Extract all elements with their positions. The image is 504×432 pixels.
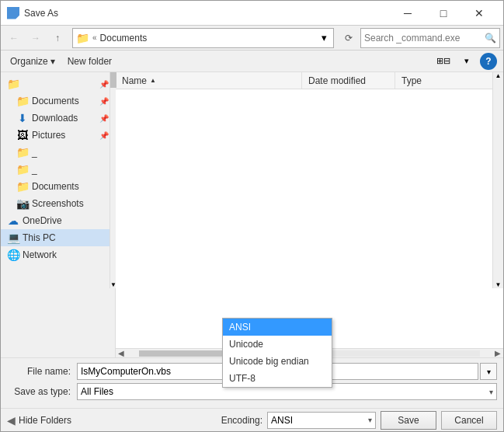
address-bar: 📁 « Documents ▾	[72, 28, 334, 48]
search-bar: 🔍	[360, 28, 500, 48]
encoding-option-utf8[interactable]: UTF-8	[223, 370, 332, 387]
folder-icon: 📁	[16, 163, 29, 176]
sidebar-scrollbar[interactable]: ▼	[109, 72, 116, 288]
title-controls: ─ □ ✕	[390, 1, 497, 26]
navigation-toolbar: ← → ↑ 📁 « Documents ▾ ⟳ 🔍	[1, 26, 503, 51]
footer: ◀ Hide Folders Encoding: ANSI ▾ Save Can…	[1, 408, 503, 431]
save-as-type-label: Save as type:	[7, 386, 77, 397]
file-list-header: Name ▲ Date modified Type	[116, 72, 503, 89]
forward-button[interactable]: →	[26, 28, 46, 48]
file-name-dropdown-button[interactable]: ▾	[480, 363, 497, 380]
scroll-up[interactable]: ▲	[493, 72, 503, 79]
sidebar-scroll-down[interactable]: ▼	[110, 281, 116, 288]
thispc-icon: 💻	[7, 232, 19, 244]
column-header-name[interactable]: Name ▲	[116, 72, 302, 89]
minimize-button[interactable]: ─	[390, 1, 426, 26]
address-text: Documents	[100, 33, 315, 44]
back-button[interactable]: ←	[4, 28, 24, 48]
sidebar-item-blank1[interactable]: 📁 _	[1, 144, 115, 161]
title-bar-left: Save As	[7, 7, 58, 19]
window-title: Save As	[24, 8, 58, 19]
organize-button[interactable]: Organize ▾	[7, 53, 58, 70]
up-button[interactable]: ↑	[47, 28, 68, 48]
sidebar-item-network[interactable]: 🌐 Network	[1, 246, 115, 263]
onedrive-icon: ☁	[7, 214, 19, 227]
sidebar-folder-icon: 📁	[16, 95, 29, 107]
pin-icon: 📌	[99, 114, 109, 123]
toolbar2-right: ⊞⊟ ▾ ?	[433, 53, 497, 70]
address-dropdown-button[interactable]: ▾	[318, 29, 330, 47]
scroll-down[interactable]: ▼	[493, 281, 503, 288]
file-name-label: File name:	[7, 366, 77, 377]
address-chevron: «	[92, 33, 97, 42]
close-button[interactable]: ✕	[461, 1, 497, 26]
new-folder-button[interactable]: New folder	[64, 53, 115, 70]
save-as-dialog: Save As ─ □ ✕ ← → ↑ 📁 « Documents ▾ ⟳ 🔍 …	[0, 0, 504, 432]
cancel-button[interactable]: Cancel	[441, 411, 497, 430]
file-list-area: Name ▲ Date modified Type ◀ ▶	[116, 72, 503, 357]
search-icon: 🔍	[485, 33, 496, 44]
window-icon	[7, 7, 19, 19]
main-area: 📁 📌 📁 Documents 📌 ⬇ Downloads 📌 🖼 Pictur…	[1, 72, 503, 357]
column-header-type[interactable]: Type	[395, 72, 503, 89]
save-button[interactable]: Save	[381, 411, 436, 430]
sidebar-item-documents1[interactable]: 📁 Documents 📌	[1, 92, 115, 110]
sidebar-item-screenshots[interactable]: 📷 Screenshots	[1, 195, 115, 212]
dropdown-arrow-icon: ▾	[489, 388, 493, 396]
encoding-option-unicode-big-endian[interactable]: Unicode big endian	[223, 353, 332, 370]
folder-icon: 📁	[16, 146, 29, 159]
sort-arrow: ▲	[150, 77, 156, 84]
column-header-date[interactable]: Date modified	[302, 72, 395, 89]
pin-icon: 📌	[99, 80, 109, 89]
view-dropdown-button[interactable]: ▾	[457, 53, 477, 70]
sidebar-item-pictures[interactable]: 🖼 Pictures 📌	[1, 127, 115, 144]
title-bar: Save As ─ □ ✕	[1, 1, 503, 26]
encoding-option-unicode[interactable]: Unicode	[223, 336, 332, 353]
sidebar-item-downloads[interactable]: ⬇ Downloads 📌	[1, 110, 115, 127]
encoding-label: Encoding:	[221, 415, 262, 426]
encoding-dropdown[interactable]: ANSI ▾	[267, 412, 376, 429]
downloads-icon: ⬇	[16, 112, 29, 124]
organize-arrow: ▾	[50, 56, 55, 67]
hide-folders-label: Hide Folders	[19, 415, 71, 426]
help-button[interactable]: ?	[480, 53, 497, 70]
pin-icon: 📌	[99, 131, 109, 140]
hide-folders-icon: ◀	[7, 414, 16, 427]
maximize-button[interactable]: □	[426, 1, 461, 26]
sidebar-item-blank2[interactable]: 📁 _	[1, 161, 115, 178]
sidebar-item-documents2[interactable]: 📁 Documents	[1, 178, 115, 195]
sidebar-scroll-thumb	[110, 72, 116, 88]
encoding-arrow-icon: ▾	[368, 416, 372, 424]
search-input[interactable]	[364, 33, 481, 44]
pin-icon: 📌	[99, 97, 109, 106]
sidebar-item-root[interactable]: 📁 📌	[1, 75, 115, 92]
network-icon: 🌐	[7, 249, 19, 261]
secondary-toolbar: Organize ▾ New folder ⊞⊟ ▾ ?	[1, 51, 503, 72]
pictures-icon: 🖼	[16, 129, 29, 141]
encoding-option-ansi[interactable]: ANSI	[223, 319, 332, 336]
encoding-dropdown-popup: ANSI Unicode Unicode big endian UTF-8	[222, 318, 332, 388]
footer-right: Encoding: ANSI ▾ Save Cancel	[221, 411, 497, 430]
save-as-type-value: All Files	[81, 386, 113, 397]
screenshots-icon: 📷	[16, 197, 29, 210]
address-folder-icon: 📁	[76, 32, 89, 44]
sidebar-folder-icon: 📁	[7, 78, 19, 90]
sidebar-item-onedrive[interactable]: ☁ OneDrive	[1, 212, 115, 229]
organize-label: Organize	[10, 56, 48, 67]
encoding-value: ANSI	[271, 415, 293, 426]
sidebar: 📁 📌 📁 Documents 📌 ⬇ Downloads 📌 🖼 Pictur…	[1, 72, 116, 357]
folder-icon: 📁	[16, 180, 29, 193]
file-list-scrollbar[interactable]: ▲ ▼	[492, 72, 503, 288]
view-button[interactable]: ⊞⊟	[433, 53, 454, 70]
refresh-button[interactable]: ⟳	[339, 28, 359, 48]
sidebar-item-this-pc[interactable]: 💻 This PC	[1, 229, 115, 246]
file-list[interactable]	[116, 89, 503, 348]
hide-folders-button[interactable]: ◀ Hide Folders	[7, 414, 71, 427]
